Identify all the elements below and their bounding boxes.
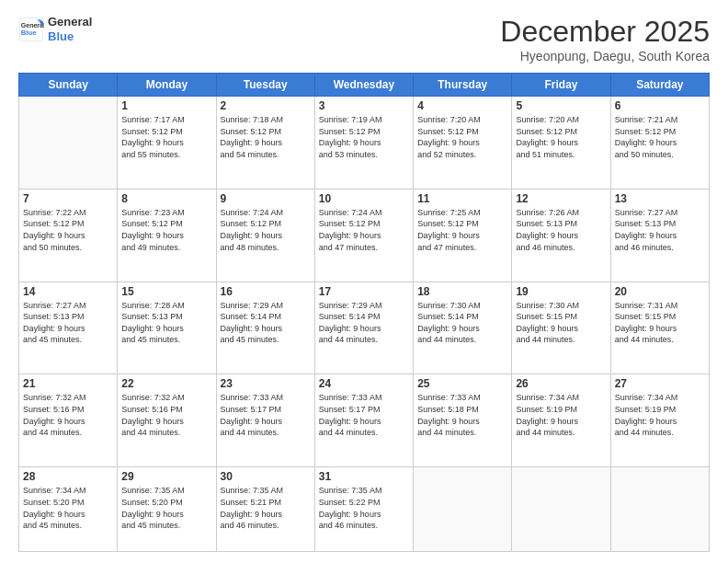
day-number: 11: [417, 192, 507, 205]
day-info: Sunrise: 7:28 AMSunset: 5:13 PMDaylight:…: [121, 300, 211, 346]
day-number: 3: [319, 99, 409, 112]
day-number: 9: [221, 192, 311, 205]
calendar-cell: 10Sunrise: 7:24 AMSunset: 5:12 PMDayligh…: [314, 189, 413, 282]
day-info: Sunrise: 7:34 AMSunset: 5:20 PMDaylight:…: [23, 485, 113, 531]
weekday-header-cell: Thursday: [414, 74, 512, 97]
day-number: 27: [615, 377, 705, 390]
day-info: Sunrise: 7:18 AMSunset: 5:12 PMDaylight:…: [221, 114, 311, 160]
calendar-cell: 21Sunrise: 7:32 AMSunset: 5:16 PMDayligh…: [19, 374, 118, 467]
calendar-cell: 8Sunrise: 7:23 AMSunset: 5:12 PMDaylight…: [118, 189, 216, 282]
day-info: Sunrise: 7:20 AMSunset: 5:12 PMDaylight:…: [417, 114, 507, 160]
day-info: Sunrise: 7:29 AMSunset: 5:14 PMDaylight:…: [221, 300, 311, 346]
day-number: 17: [319, 285, 409, 298]
calendar-cell: [512, 467, 610, 552]
day-info: Sunrise: 7:34 AMSunset: 5:19 PMDaylight:…: [615, 392, 705, 438]
day-info: Sunrise: 7:35 AMSunset: 5:20 PMDaylight:…: [121, 485, 211, 531]
day-info: Sunrise: 7:25 AMSunset: 5:12 PMDaylight:…: [417, 207, 507, 253]
day-info: Sunrise: 7:33 AMSunset: 5:17 PMDaylight:…: [221, 392, 311, 438]
day-info: Sunrise: 7:21 AMSunset: 5:12 PMDaylight:…: [615, 114, 705, 160]
day-info: Sunrise: 7:22 AMSunset: 5:12 PMDaylight:…: [23, 207, 113, 253]
calendar-week-row: 14Sunrise: 7:27 AMSunset: 5:13 PMDayligh…: [19, 282, 710, 374]
calendar-cell: 25Sunrise: 7:33 AMSunset: 5:18 PMDayligh…: [414, 374, 512, 467]
calendar-cell: 29Sunrise: 7:35 AMSunset: 5:20 PMDayligh…: [118, 467, 216, 552]
calendar-cell: [414, 467, 512, 552]
calendar-cell: 6Sunrise: 7:21 AMSunset: 5:12 PMDaylight…: [610, 97, 709, 190]
day-info: Sunrise: 7:32 AMSunset: 5:16 PMDaylight:…: [23, 392, 113, 438]
calendar-cell: 20Sunrise: 7:31 AMSunset: 5:15 PMDayligh…: [610, 282, 709, 374]
day-number: 26: [516, 377, 606, 390]
day-info: Sunrise: 7:30 AMSunset: 5:14 PMDaylight:…: [417, 300, 507, 346]
title-section: December 2025 Hyeonpung, Daegu, South Ko…: [500, 15, 710, 63]
day-number: 15: [121, 285, 211, 298]
day-info: Sunrise: 7:33 AMSunset: 5:18 PMDaylight:…: [417, 392, 507, 438]
calendar-cell: 26Sunrise: 7:34 AMSunset: 5:19 PMDayligh…: [512, 374, 610, 467]
calendar-cell: 4Sunrise: 7:20 AMSunset: 5:12 PMDaylight…: [414, 97, 512, 190]
day-info: Sunrise: 7:27 AMSunset: 5:13 PMDaylight:…: [23, 300, 113, 346]
weekday-header-cell: Friday: [512, 74, 610, 97]
day-number: 16: [221, 285, 311, 298]
logo-general: General: [48, 15, 92, 29]
day-number: 18: [417, 285, 507, 298]
day-number: 19: [516, 285, 606, 298]
day-number: 21: [23, 377, 113, 390]
location-subtitle: Hyeonpung, Daegu, South Korea: [500, 49, 710, 63]
logo-text: General Blue: [48, 15, 92, 43]
weekday-header-cell: Wednesday: [314, 74, 413, 97]
day-info: Sunrise: 7:35 AMSunset: 5:22 PMDaylight:…: [319, 485, 409, 531]
calendar-cell: 14Sunrise: 7:27 AMSunset: 5:13 PMDayligh…: [19, 282, 118, 374]
calendar-cell: 18Sunrise: 7:30 AMSunset: 5:14 PMDayligh…: [414, 282, 512, 374]
calendar-cell: 9Sunrise: 7:24 AMSunset: 5:12 PMDaylight…: [216, 189, 314, 282]
calendar-cell: 23Sunrise: 7:33 AMSunset: 5:17 PMDayligh…: [216, 374, 314, 467]
calendar-week-row: 7Sunrise: 7:22 AMSunset: 5:12 PMDaylight…: [19, 189, 710, 282]
calendar-cell: 12Sunrise: 7:26 AMSunset: 5:13 PMDayligh…: [512, 189, 610, 282]
day-number: 12: [516, 192, 606, 205]
calendar-cell: 15Sunrise: 7:28 AMSunset: 5:13 PMDayligh…: [118, 282, 216, 374]
calendar-cell: 5Sunrise: 7:20 AMSunset: 5:12 PMDaylight…: [512, 97, 610, 190]
header: General Blue General Blue December 2025 …: [18, 15, 710, 63]
day-number: 31: [319, 470, 409, 483]
month-title: December 2025: [500, 15, 710, 49]
calendar-cell: [610, 467, 709, 552]
day-info: Sunrise: 7:24 AMSunset: 5:12 PMDaylight:…: [319, 207, 409, 253]
day-info: Sunrise: 7:20 AMSunset: 5:12 PMDaylight:…: [516, 114, 606, 160]
day-info: Sunrise: 7:29 AMSunset: 5:14 PMDaylight:…: [319, 300, 409, 346]
calendar-cell: 3Sunrise: 7:19 AMSunset: 5:12 PMDaylight…: [314, 97, 413, 190]
day-number: 6: [615, 99, 705, 112]
calendar-cell: 27Sunrise: 7:34 AMSunset: 5:19 PMDayligh…: [610, 374, 709, 467]
day-number: 7: [23, 192, 113, 205]
calendar-cell: 7Sunrise: 7:22 AMSunset: 5:12 PMDaylight…: [19, 189, 118, 282]
day-info: Sunrise: 7:27 AMSunset: 5:13 PMDaylight:…: [615, 207, 705, 253]
logo-icon: General Blue: [18, 17, 44, 42]
calendar-cell: 31Sunrise: 7:35 AMSunset: 5:22 PMDayligh…: [314, 467, 413, 552]
calendar-cell: 24Sunrise: 7:33 AMSunset: 5:17 PMDayligh…: [314, 374, 413, 467]
day-info: Sunrise: 7:24 AMSunset: 5:12 PMDaylight:…: [221, 207, 311, 253]
day-number: 14: [23, 285, 113, 298]
day-number: 23: [221, 377, 311, 390]
day-number: 10: [319, 192, 409, 205]
day-info: Sunrise: 7:35 AMSunset: 5:21 PMDaylight:…: [221, 485, 311, 531]
weekday-header-cell: Sunday: [19, 74, 118, 97]
calendar-week-row: 21Sunrise: 7:32 AMSunset: 5:16 PMDayligh…: [19, 374, 710, 467]
weekday-header-row: SundayMondayTuesdayWednesdayThursdayFrid…: [19, 74, 710, 97]
logo-blue: Blue: [48, 29, 92, 44]
day-info: Sunrise: 7:32 AMSunset: 5:16 PMDaylight:…: [121, 392, 211, 438]
day-info: Sunrise: 7:33 AMSunset: 5:17 PMDaylight:…: [319, 392, 409, 438]
logo: General Blue General Blue: [18, 15, 92, 43]
day-info: Sunrise: 7:34 AMSunset: 5:19 PMDaylight:…: [516, 392, 606, 438]
calendar-cell: 28Sunrise: 7:34 AMSunset: 5:20 PMDayligh…: [19, 467, 118, 552]
day-info: Sunrise: 7:31 AMSunset: 5:15 PMDaylight:…: [615, 300, 705, 346]
calendar-table: SundayMondayTuesdayWednesdayThursdayFrid…: [18, 73, 710, 552]
page: General Blue General Blue December 2025 …: [0, 0, 728, 563]
day-info: Sunrise: 7:30 AMSunset: 5:15 PMDaylight:…: [516, 300, 606, 346]
day-number: 30: [221, 470, 311, 483]
calendar-week-row: 28Sunrise: 7:34 AMSunset: 5:20 PMDayligh…: [19, 467, 710, 552]
day-info: Sunrise: 7:17 AMSunset: 5:12 PMDaylight:…: [121, 114, 211, 160]
calendar-cell: 30Sunrise: 7:35 AMSunset: 5:21 PMDayligh…: [216, 467, 314, 552]
day-number: 20: [615, 285, 705, 298]
calendar-cell: 2Sunrise: 7:18 AMSunset: 5:12 PMDaylight…: [216, 97, 314, 190]
day-number: 5: [516, 99, 606, 112]
weekday-header-cell: Monday: [118, 74, 216, 97]
day-number: 4: [417, 99, 507, 112]
day-number: 29: [121, 470, 211, 483]
day-info: Sunrise: 7:19 AMSunset: 5:12 PMDaylight:…: [319, 114, 409, 160]
